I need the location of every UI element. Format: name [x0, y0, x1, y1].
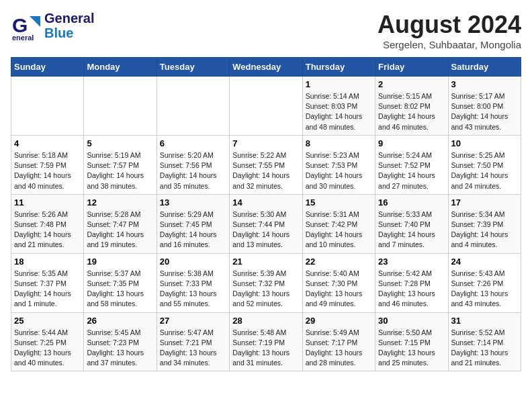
day-number: 3: [451, 79, 518, 89]
day-info: Sunrise: 5:14 AM Sunset: 8:03 PM Dayligh…: [306, 91, 372, 132]
day-number: 8: [306, 138, 372, 148]
calendar-cell: 6Sunrise: 5:20 AM Sunset: 7:56 PM Daylig…: [157, 135, 229, 194]
calendar-cell: 2Sunrise: 5:15 AM Sunset: 8:02 PM Daylig…: [375, 77, 448, 136]
calendar-cell: 12Sunrise: 5:28 AM Sunset: 7:47 PM Dayli…: [84, 194, 157, 253]
calendar-cell: 8Sunrise: 5:23 AM Sunset: 7:53 PM Daylig…: [302, 135, 375, 194]
calendar-cell: 15Sunrise: 5:31 AM Sunset: 7:42 PM Dayli…: [302, 194, 375, 253]
day-info: Sunrise: 5:35 AM Sunset: 7:37 PM Dayligh…: [14, 269, 81, 310]
weekday-header-saturday: Saturday: [448, 58, 521, 77]
day-number: 31: [451, 316, 518, 326]
day-number: 19: [87, 257, 153, 267]
day-number: 24: [451, 257, 518, 267]
day-number: 9: [378, 138, 445, 148]
day-number: 13: [160, 197, 226, 208]
day-number: 29: [306, 316, 372, 326]
day-number: 22: [306, 257, 372, 267]
day-number: 16: [378, 197, 445, 208]
day-info: Sunrise: 5:39 AM Sunset: 7:32 PM Dayligh…: [232, 269, 299, 310]
calendar-cell: [157, 77, 229, 136]
day-info: Sunrise: 5:37 AM Sunset: 7:35 PM Dayligh…: [87, 269, 153, 310]
week-row-1: 1Sunrise: 5:14 AM Sunset: 8:03 PM Daylig…: [11, 77, 521, 136]
calendar-cell: 22Sunrise: 5:40 AM Sunset: 7:30 PM Dayli…: [302, 253, 375, 312]
calendar-cell: 26Sunrise: 5:45 AM Sunset: 7:23 PM Dayli…: [84, 312, 157, 371]
day-info: Sunrise: 5:48 AM Sunset: 7:19 PM Dayligh…: [232, 328, 299, 369]
month-title: August 2024: [378, 11, 521, 39]
calendar-cell: 5Sunrise: 5:19 AM Sunset: 7:57 PM Daylig…: [84, 135, 157, 194]
day-info: Sunrise: 5:40 AM Sunset: 7:30 PM Dayligh…: [306, 269, 372, 310]
day-info: Sunrise: 5:44 AM Sunset: 7:25 PM Dayligh…: [14, 328, 81, 369]
day-number: 27: [160, 316, 226, 326]
day-info: Sunrise: 5:47 AM Sunset: 7:21 PM Dayligh…: [160, 328, 226, 369]
calendar-cell: 13Sunrise: 5:29 AM Sunset: 7:45 PM Dayli…: [157, 194, 229, 253]
day-info: Sunrise: 5:25 AM Sunset: 7:50 PM Dayligh…: [451, 150, 518, 191]
logo-icon: G eneral: [11, 11, 40, 40]
day-info: Sunrise: 5:43 AM Sunset: 7:26 PM Dayligh…: [451, 269, 518, 310]
day-number: 17: [451, 197, 518, 208]
calendar-cell: 27Sunrise: 5:47 AM Sunset: 7:21 PM Dayli…: [157, 312, 229, 371]
calendar-cell: 16Sunrise: 5:33 AM Sunset: 7:40 PM Dayli…: [375, 194, 448, 253]
calendar-cell: 10Sunrise: 5:25 AM Sunset: 7:50 PM Dayli…: [448, 135, 521, 194]
page-wrapper: G eneral General Blue August 2024 Sergel…: [11, 11, 521, 371]
day-number: 21: [232, 257, 299, 267]
logo-blue: Blue: [44, 26, 94, 40]
calendar-cell: 1Sunrise: 5:14 AM Sunset: 8:03 PM Daylig…: [302, 77, 375, 136]
calendar-cell: [230, 77, 302, 136]
calendar-cell: 11Sunrise: 5:26 AM Sunset: 7:48 PM Dayli…: [11, 194, 84, 253]
day-number: 28: [232, 316, 299, 326]
weekday-header-tuesday: Tuesday: [157, 58, 229, 77]
calendar-table: SundayMondayTuesdayWednesdayThursdayFrid…: [11, 57, 521, 371]
day-info: Sunrise: 5:15 AM Sunset: 8:02 PM Dayligh…: [378, 91, 445, 132]
day-number: 12: [87, 197, 153, 208]
calendar-cell: 7Sunrise: 5:22 AM Sunset: 7:55 PM Daylig…: [230, 135, 302, 194]
calendar-cell: 14Sunrise: 5:30 AM Sunset: 7:44 PM Dayli…: [230, 194, 302, 253]
day-info: Sunrise: 5:19 AM Sunset: 7:57 PM Dayligh…: [87, 150, 153, 191]
day-number: 14: [232, 197, 299, 208]
weekday-header-row: SundayMondayTuesdayWednesdayThursdayFrid…: [11, 58, 521, 77]
calendar-cell: 28Sunrise: 5:48 AM Sunset: 7:19 PM Dayli…: [230, 312, 302, 371]
day-info: Sunrise: 5:20 AM Sunset: 7:56 PM Dayligh…: [160, 150, 226, 191]
calendar-cell: 9Sunrise: 5:24 AM Sunset: 7:52 PM Daylig…: [375, 135, 448, 194]
day-number: 15: [306, 197, 372, 208]
day-info: Sunrise: 5:28 AM Sunset: 7:47 PM Dayligh…: [87, 210, 153, 250]
calendar-cell: 21Sunrise: 5:39 AM Sunset: 7:32 PM Dayli…: [230, 253, 302, 312]
calendar-cell: 17Sunrise: 5:34 AM Sunset: 7:39 PM Dayli…: [448, 194, 521, 253]
calendar-cell: 25Sunrise: 5:44 AM Sunset: 7:25 PM Dayli…: [11, 312, 84, 371]
day-number: 1: [306, 79, 372, 89]
day-info: Sunrise: 5:34 AM Sunset: 7:39 PM Dayligh…: [451, 210, 518, 250]
weekday-header-friday: Friday: [375, 58, 448, 77]
day-info: Sunrise: 5:26 AM Sunset: 7:48 PM Dayligh…: [14, 210, 81, 250]
weekday-header-wednesday: Wednesday: [230, 58, 302, 77]
calendar-cell: 29Sunrise: 5:49 AM Sunset: 7:17 PM Dayli…: [302, 312, 375, 371]
weekday-header-monday: Monday: [84, 58, 157, 77]
calendar-cell: 24Sunrise: 5:43 AM Sunset: 7:26 PM Dayli…: [448, 253, 521, 312]
day-info: Sunrise: 5:52 AM Sunset: 7:14 PM Dayligh…: [451, 328, 518, 369]
logo: G eneral General Blue: [11, 11, 94, 40]
subtitle: Sergelen, Suhbaatar, Mongolia: [378, 39, 521, 50]
calendar-cell: [84, 77, 157, 136]
calendar-cell: [11, 77, 84, 136]
day-number: 26: [87, 316, 153, 326]
day-info: Sunrise: 5:17 AM Sunset: 8:00 PM Dayligh…: [451, 91, 518, 132]
svg-marker-1: [30, 16, 40, 27]
day-info: Sunrise: 5:50 AM Sunset: 7:15 PM Dayligh…: [378, 328, 445, 369]
day-number: 6: [160, 138, 226, 148]
weekday-header-sunday: Sunday: [11, 58, 84, 77]
week-row-5: 25Sunrise: 5:44 AM Sunset: 7:25 PM Dayli…: [11, 312, 521, 371]
calendar-cell: 18Sunrise: 5:35 AM Sunset: 7:37 PM Dayli…: [11, 253, 84, 312]
day-info: Sunrise: 5:24 AM Sunset: 7:52 PM Dayligh…: [378, 150, 445, 191]
day-info: Sunrise: 5:31 AM Sunset: 7:42 PM Dayligh…: [306, 210, 372, 250]
day-info: Sunrise: 5:18 AM Sunset: 7:59 PM Dayligh…: [14, 150, 81, 191]
day-info: Sunrise: 5:42 AM Sunset: 7:28 PM Dayligh…: [378, 269, 445, 310]
day-number: 4: [14, 138, 81, 148]
day-info: Sunrise: 5:38 AM Sunset: 7:33 PM Dayligh…: [160, 269, 226, 310]
day-number: 10: [451, 138, 518, 148]
day-info: Sunrise: 5:29 AM Sunset: 7:45 PM Dayligh…: [160, 210, 226, 250]
day-info: Sunrise: 5:49 AM Sunset: 7:17 PM Dayligh…: [306, 328, 372, 369]
week-row-3: 11Sunrise: 5:26 AM Sunset: 7:48 PM Dayli…: [11, 194, 521, 253]
calendar-cell: 30Sunrise: 5:50 AM Sunset: 7:15 PM Dayli…: [375, 312, 448, 371]
day-number: 18: [14, 257, 81, 267]
day-number: 23: [378, 257, 445, 267]
week-row-2: 4Sunrise: 5:18 AM Sunset: 7:59 PM Daylig…: [11, 135, 521, 194]
calendar-cell: 20Sunrise: 5:38 AM Sunset: 7:33 PM Dayli…: [157, 253, 229, 312]
day-info: Sunrise: 5:45 AM Sunset: 7:23 PM Dayligh…: [87, 328, 153, 369]
